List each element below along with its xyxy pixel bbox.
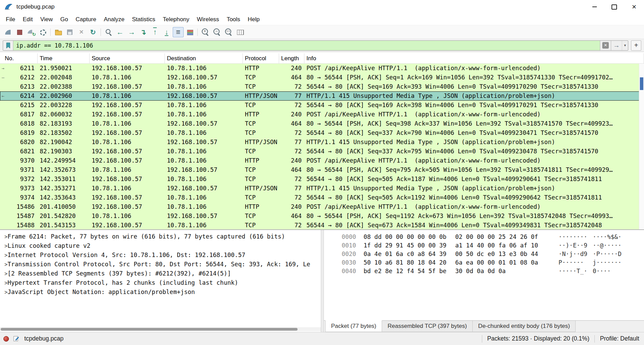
capture-options-button[interactable] bbox=[37, 27, 48, 37]
expert-info-icon[interactable] bbox=[3, 336, 9, 342]
filter-add-button[interactable]: + bbox=[631, 40, 641, 51]
close-button[interactable] bbox=[624, 0, 644, 14]
go-last-packet-button[interactable] bbox=[161, 27, 172, 37]
packet-row[interactable]: ←6214 22.002960 10.78.1.106 192.168.100.… bbox=[0, 91, 644, 101]
hex-row[interactable]: 0040 bd e2 8e 12 f4 54 5f be 30 0d 0a 0d… bbox=[324, 267, 644, 276]
zoom-out-button[interactable] bbox=[211, 27, 222, 37]
colorize-toggle[interactable] bbox=[184, 27, 195, 37]
filter-bookmark-button[interactable] bbox=[3, 41, 13, 50]
column-header-info[interactable]: Info bbox=[304, 53, 644, 63]
filter-apply-button[interactable] bbox=[611, 41, 622, 50]
display-filter-input[interactable] bbox=[13, 41, 600, 50]
close-file-button[interactable] bbox=[76, 27, 87, 37]
zoom-in-button[interactable] bbox=[200, 27, 211, 37]
scrollbar-thumb[interactable] bbox=[640, 77, 643, 90]
column-header-no[interactable]: No. bbox=[0, 53, 38, 63]
filter-clear-button[interactable] bbox=[600, 41, 611, 50]
column-header-source[interactable]: Source bbox=[90, 53, 165, 63]
zoom-100-button[interactable] bbox=[223, 27, 234, 37]
packet-row[interactable]: 6819 82.183502 192.168.100.57 10.78.1.10… bbox=[0, 128, 644, 138]
menu-help[interactable]: Help bbox=[244, 14, 263, 25]
resize-columns-button[interactable] bbox=[235, 27, 246, 37]
detail-tree-node[interactable]: >JavaScript Object Notation: application… bbox=[0, 288, 321, 297]
packet-row[interactable]: 9372 142.353011 192.168.100.57 10.78.1.1… bbox=[0, 175, 644, 184]
column-header-time[interactable]: Time bbox=[38, 53, 90, 63]
menu-analyze[interactable]: Analyze bbox=[100, 14, 128, 25]
menu-go[interactable]: Go bbox=[56, 14, 72, 25]
menu-edit[interactable]: Edit bbox=[19, 14, 36, 25]
minimize-button[interactable] bbox=[584, 0, 604, 14]
auto-scroll-toggle[interactable] bbox=[173, 27, 184, 37]
maximize-button[interactable] bbox=[604, 0, 624, 14]
detail-tree-node[interactable]: >Transmission Control Protocol, Src Port… bbox=[0, 260, 321, 269]
expand-chevron-icon[interactable]: > bbox=[0, 232, 8, 241]
tab-reassembled-tcp[interactable]: Reassembled TCP (397 bytes) bbox=[382, 321, 473, 332]
menu-tools[interactable]: Tools bbox=[223, 14, 244, 25]
stop-capture-button[interactable] bbox=[14, 27, 25, 37]
filter-dropdown-icon[interactable] bbox=[622, 41, 628, 50]
go-back-button[interactable] bbox=[115, 27, 126, 37]
restart-capture-button[interactable] bbox=[26, 27, 37, 37]
expand-chevron-icon[interactable]: > bbox=[0, 251, 8, 260]
toolbar-separator[interactable] bbox=[101, 28, 101, 36]
scrollbar-thumb[interactable] bbox=[1, 328, 298, 331]
hex-bytes-left: 50 10 a6 81 80 18 04 20 bbox=[364, 258, 450, 267]
start-capture-button[interactable] bbox=[2, 27, 13, 37]
toolbar-separator[interactable] bbox=[50, 28, 51, 36]
menu-wireless[interactable]: Wireless bbox=[193, 14, 223, 25]
hex-row[interactable]: 0030 50 10 a6 81 80 18 04 20 6a ea 00 00… bbox=[324, 258, 644, 267]
hex-row[interactable]: 0000 08 dd 00 00 00 00 00 0b 02 00 00 00… bbox=[324, 233, 644, 241]
column-header-length[interactable]: Length bbox=[279, 53, 304, 63]
go-to-packet-button[interactable] bbox=[138, 27, 149, 37]
menu-capture[interactable]: Capture bbox=[72, 14, 100, 25]
packet-row[interactable]: 9374 142.353643 192.168.100.57 10.78.1.1… bbox=[0, 193, 644, 202]
expand-chevron-icon[interactable]: > bbox=[0, 288, 8, 297]
packet-row[interactable]: 6215 22.003228 192.168.100.57 10.78.1.10… bbox=[0, 101, 644, 110]
tab-packet-bytes[interactable]: Packet (77 bytes) bbox=[325, 320, 382, 332]
packet-row[interactable]: 9370 142.249954 192.168.100.57 10.78.1.1… bbox=[0, 156, 644, 165]
packet-row[interactable]: 15487 201.542820 10.78.1.106 192.168.100… bbox=[0, 212, 644, 221]
packet-row[interactable]: 6820 82.190042 10.78.1.106 192.168.100.5… bbox=[0, 138, 644, 147]
expand-chevron-icon[interactable]: > bbox=[0, 279, 8, 288]
status-profile[interactable]: Profile: Default bbox=[600, 335, 639, 342]
menu-statistics[interactable]: Statistics bbox=[128, 14, 159, 25]
detail-tree-node[interactable]: >Frame 6214: Packet, 77 bytes on wire (6… bbox=[0, 232, 321, 241]
packet-row[interactable]: 6818 82.183193 10.78.1.106 192.168.100.5… bbox=[0, 119, 644, 128]
detail-tree-node[interactable]: >Internet Protocol Version 4, Src: 10.78… bbox=[0, 251, 321, 260]
packet-row[interactable]: 6213 22.002388 192.168.100.57 10.78.1.10… bbox=[0, 82, 644, 91]
capture-comment-icon[interactable] bbox=[13, 335, 19, 342]
go-forward-button[interactable] bbox=[126, 27, 137, 37]
pane-splitter[interactable] bbox=[321, 230, 324, 332]
tab-dechunked-entity-body[interactable]: De-chunked entity body (176 bytes) bbox=[472, 321, 576, 332]
column-header-destination[interactable]: Destination bbox=[165, 53, 243, 63]
packet-row[interactable]: 15486 201.410050 192.168.100.57 10.78.1.… bbox=[0, 202, 644, 212]
detail-tree-node[interactable]: >Linux cooked capture v2 bbox=[0, 241, 321, 251]
save-file-button[interactable] bbox=[64, 27, 75, 37]
packet-row[interactable]: –6212 22.002048 10.78.1.106 192.168.100.… bbox=[0, 73, 644, 82]
packet-row[interactable]: 6817 82.060032 192.168.100.57 10.78.1.10… bbox=[0, 110, 644, 119]
toolbar-separator[interactable] bbox=[197, 28, 198, 36]
details-horizontal-scrollbar[interactable] bbox=[0, 327, 321, 331]
packet-row[interactable]: 9373 142.353271 10.78.1.106 192.168.100.… bbox=[0, 184, 644, 193]
cell-length: 72 bbox=[279, 175, 304, 184]
menu-file[interactable]: File bbox=[2, 14, 19, 25]
find-packet-button[interactable] bbox=[103, 27, 114, 37]
detail-tree-node[interactable]: >[2 Reassembled TCP Segments (397 bytes)… bbox=[0, 269, 321, 278]
expand-chevron-icon[interactable]: > bbox=[0, 260, 8, 269]
expand-chevron-icon[interactable]: > bbox=[0, 242, 8, 251]
expand-chevron-icon[interactable]: > bbox=[0, 269, 8, 278]
reload-file-button[interactable] bbox=[88, 27, 98, 37]
detail-tree-node[interactable]: >Hypertext Transfer Protocol, has 2 chun… bbox=[0, 278, 321, 288]
menu-view[interactable]: View bbox=[37, 14, 57, 25]
packet-row[interactable]: →6211 21.950021 192.168.100.57 10.78.1.1… bbox=[0, 64, 644, 73]
go-first-packet-button[interactable] bbox=[149, 27, 160, 37]
column-header-protocol[interactable]: Protocol bbox=[243, 53, 279, 63]
packet-row[interactable]: 6821 82.190303 192.168.100.57 10.78.1.10… bbox=[0, 147, 644, 156]
packet-row[interactable]: 15488 201.543153 192.168.100.57 10.78.1.… bbox=[0, 221, 644, 229]
hex-row[interactable]: 0010 1f dd 29 91 45 00 00 39 a1 14 40 00… bbox=[324, 241, 644, 250]
open-file-button[interactable] bbox=[53, 27, 64, 37]
menu-telephony[interactable]: Telephony bbox=[159, 14, 193, 25]
packet-list-scrollbar[interactable] bbox=[639, 64, 644, 229]
hex-row[interactable]: 0020 0a 4e 01 6a c0 a8 64 39 00 50 dc e0… bbox=[324, 250, 644, 258]
packet-row[interactable]: 9371 142.352673 10.78.1.106 192.168.100.… bbox=[0, 165, 644, 175]
